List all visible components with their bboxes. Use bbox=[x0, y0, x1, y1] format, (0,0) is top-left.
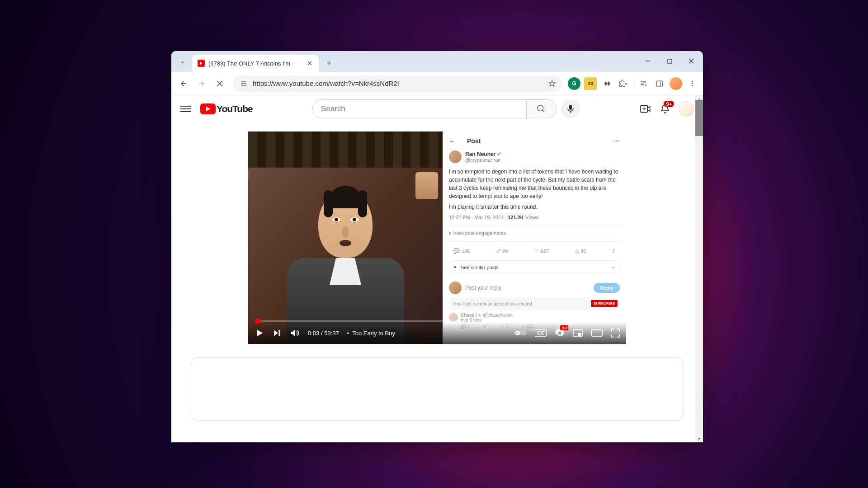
bookmark-icon: ⎙ bbox=[576, 249, 579, 254]
scroll-thumb[interactable] bbox=[695, 100, 703, 136]
tweet-views-count: 121.2K bbox=[508, 215, 524, 220]
tweet-body-1: I'm so tempted to degen into a list of t… bbox=[449, 168, 620, 200]
tabs-dropdown-button[interactable] bbox=[176, 56, 189, 69]
browser-window: (6783) The ONLY 7 Altcoins I'm + https:/… bbox=[171, 51, 703, 442]
tweet-timestamp: 10:22 PM · Mar 19, 2024 bbox=[449, 215, 504, 220]
search-icon bbox=[536, 104, 546, 114]
next-button[interactable] bbox=[273, 328, 282, 338]
side-panel-icon[interactable] bbox=[653, 77, 666, 90]
tweet-views-label: Views bbox=[525, 215, 538, 220]
svg-point-1 bbox=[245, 84, 246, 86]
reply-author: Chase | bbox=[461, 313, 477, 318]
close-window-button[interactable] bbox=[683, 55, 699, 67]
tweet-replies: 185 bbox=[462, 249, 470, 254]
miniplayer-button[interactable] bbox=[573, 329, 583, 337]
svg-point-5 bbox=[692, 85, 693, 86]
site-info-icon[interactable] bbox=[239, 79, 248, 88]
tweet-body-2: I'm playing it smarter this time round. bbox=[449, 204, 620, 210]
back-button[interactable] bbox=[176, 76, 191, 91]
svg-rect-12 bbox=[578, 333, 581, 336]
profile-avatar[interactable] bbox=[670, 77, 682, 90]
video-frame-left bbox=[248, 131, 443, 344]
youtube-logo[interactable]: YouTube bbox=[200, 103, 253, 114]
maximize-button[interactable] bbox=[661, 55, 678, 67]
verified-badge-icon: ✔ bbox=[497, 151, 501, 157]
play-button[interactable] bbox=[255, 328, 264, 338]
tweet-retweets: 29 bbox=[502, 249, 508, 254]
reply-avatar bbox=[449, 282, 462, 294]
tab-close-button[interactable] bbox=[306, 60, 313, 67]
reply-icon: 💬 bbox=[453, 248, 460, 254]
extension-icons: G S3 bbox=[568, 77, 698, 90]
reply-handle: @chasethewin bbox=[483, 313, 513, 318]
tweet-author-avatar bbox=[449, 150, 462, 163]
tab-title: (6783) The ONLY 7 Altcoins I'm bbox=[208, 60, 302, 67]
retweet-icon: ⇄ bbox=[496, 248, 500, 254]
voice-search-button[interactable] bbox=[561, 99, 580, 118]
tweet-likes: 627 bbox=[541, 249, 549, 254]
page-content: ▴ ▾ YouTube bbox=[171, 95, 703, 442]
tweet-bookmarks: 35 bbox=[580, 249, 586, 254]
bookmark-star-icon[interactable] bbox=[548, 80, 556, 88]
notifications-button[interactable]: 9+ bbox=[660, 103, 670, 114]
account-avatar[interactable] bbox=[679, 101, 694, 117]
grammarly-extension-icon[interactable]: G bbox=[568, 77, 580, 90]
youtube-header: YouTube 9+ bbox=[171, 95, 703, 122]
video-container: ← Post ⋯ Ran Neuner ✔ @cryptomanran I'm … bbox=[248, 131, 626, 344]
youtube-play-icon bbox=[200, 103, 216, 114]
browser-menu-icon[interactable] bbox=[686, 77, 698, 90]
window-controls bbox=[640, 55, 699, 67]
reading-list-icon[interactable] bbox=[637, 77, 650, 90]
below-video-panel bbox=[191, 357, 684, 421]
svg-rect-2 bbox=[656, 81, 663, 86]
forward-button[interactable] bbox=[194, 76, 209, 91]
svg-point-4 bbox=[692, 83, 693, 84]
url-input[interactable]: https://www.youtube.com/watch?v=Nkr4ssNd… bbox=[233, 75, 562, 92]
tweet-reply-button: Reply bbox=[594, 283, 620, 293]
tweet-author-name: Ran Neuner bbox=[465, 151, 495, 157]
svg-point-6 bbox=[538, 105, 543, 111]
microphone-icon bbox=[567, 104, 574, 113]
tweet-author-handle: @cryptomanran bbox=[465, 157, 501, 163]
fullscreen-icon bbox=[611, 328, 620, 338]
minimize-button[interactable] bbox=[640, 55, 656, 67]
volume-icon bbox=[290, 328, 300, 338]
tweet-header-label: Post bbox=[467, 137, 481, 145]
tweet-similar-label: See similar posts bbox=[461, 265, 499, 270]
tab-bar: (6783) The ONLY 7 Altcoins I'm + bbox=[171, 51, 703, 72]
scrollbar[interactable]: ▴ ▾ bbox=[695, 95, 703, 442]
tweet-back-arrow-icon: ← bbox=[449, 137, 456, 145]
extension-icon[interactable]: S3 bbox=[584, 77, 597, 90]
hamburger-menu-icon[interactable] bbox=[180, 104, 191, 114]
theater-icon bbox=[591, 329, 603, 337]
captions-button[interactable]: CC bbox=[535, 329, 547, 337]
autoplay-toggle[interactable] bbox=[514, 330, 527, 336]
video-time-display: 0:03 / 53:37 bbox=[308, 330, 339, 337]
scroll-down-arrow-icon[interactable]: ▾ bbox=[695, 435, 703, 442]
notification-badge: 9+ bbox=[664, 101, 674, 107]
svg-rect-7 bbox=[569, 105, 572, 110]
search-button[interactable] bbox=[527, 99, 557, 118]
browser-tab[interactable]: (6783) The ONLY 7 Altcoins I'm bbox=[192, 55, 319, 72]
search-input[interactable] bbox=[312, 99, 527, 118]
play-icon bbox=[255, 328, 264, 338]
hd-badge: HD bbox=[560, 325, 568, 330]
video-player[interactable]: ← Post ⋯ Ran Neuner ✔ @cryptomanran I'm … bbox=[248, 131, 626, 344]
theater-button[interactable] bbox=[591, 329, 603, 337]
extension-icon[interactable] bbox=[600, 77, 613, 90]
video-chapter[interactable]: • Too Early to Buy bbox=[347, 330, 395, 337]
svg-rect-0 bbox=[668, 59, 672, 63]
new-tab-button[interactable]: + bbox=[322, 56, 336, 70]
fullscreen-button[interactable] bbox=[611, 328, 620, 338]
extensions-puzzle-icon[interactable] bbox=[617, 77, 629, 90]
tweet-engagements-link: View post engagements bbox=[453, 230, 506, 236]
search-form bbox=[312, 99, 557, 118]
arrow-right-icon: → bbox=[611, 265, 616, 270]
create-video-icon bbox=[640, 103, 651, 115]
volume-button[interactable] bbox=[290, 328, 300, 338]
settings-button[interactable]: HD bbox=[555, 328, 565, 338]
stop-reload-button[interactable] bbox=[212, 76, 227, 91]
tweet-muted-notice: This Post is from an account you muted. … bbox=[449, 298, 620, 310]
create-button[interactable] bbox=[640, 103, 651, 115]
heart-icon: ♡ bbox=[534, 248, 539, 254]
